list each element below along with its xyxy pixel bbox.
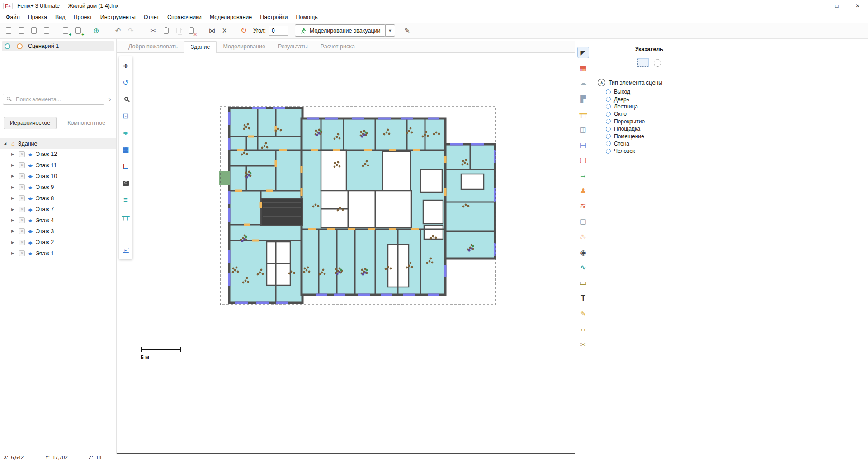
trim-icon[interactable]: ✂	[578, 339, 589, 350]
element-type-option[interactable]: Стена	[606, 140, 868, 147]
evacuation-simulation-button[interactable]: Моделирование эвакуации	[295, 24, 386, 37]
open-project-icon[interactable]	[15, 25, 27, 37]
camera-icon[interactable]	[120, 178, 131, 188]
detector-icon[interactable]: ◉	[578, 247, 589, 258]
divider-line-icon[interactable]: —	[120, 228, 131, 239]
tree-floor-row[interactable]: ▶✕◆Этаж 11	[0, 160, 116, 170]
element-type-option[interactable]: Перекрытие	[606, 118, 868, 125]
expand-icon[interactable]: ▶	[11, 251, 16, 255]
view-3d-icon[interactable]: ◆	[120, 127, 131, 138]
clone-scenario-icon[interactable]: +	[72, 25, 84, 37]
visibility-toggle-icon[interactable]: ✕	[19, 250, 25, 256]
tree-floor-row[interactable]: ▶✕◆Этаж 12	[0, 149, 116, 160]
close-button[interactable]: ✕	[847, 0, 868, 12]
menu-references[interactable]: Справочники	[163, 14, 206, 20]
door-icon[interactable]: ◫	[578, 124, 589, 135]
visibility-toggle-icon[interactable]: ✕	[19, 228, 25, 234]
element-type-option[interactable]: Площадка	[606, 125, 868, 132]
zoom-tool-icon[interactable]	[120, 94, 131, 105]
floorplan-canvas[interactable]: 5 м	[117, 53, 575, 454]
presentation-icon[interactable]	[120, 245, 131, 255]
fire-icon[interactable]: ♨	[578, 231, 589, 242]
radio-icon[interactable]	[606, 97, 611, 102]
maximize-button[interactable]: □	[826, 0, 847, 12]
check-document-icon[interactable]: ✎	[401, 25, 413, 37]
tab-modeling[interactable]: Моделирование	[217, 41, 272, 52]
element-type-option[interactable]: Лестница	[606, 103, 868, 110]
radio-icon[interactable]	[606, 119, 611, 124]
expand-icon[interactable]: ◢	[4, 141, 8, 146]
stairs-icon[interactable]: ▛	[578, 93, 589, 104]
scenario-state2-icon[interactable]	[17, 43, 23, 49]
menu-view[interactable]: Вид	[51, 14, 70, 20]
minimize-button[interactable]: —	[806, 0, 826, 12]
expand-icon[interactable]: ▶	[11, 229, 16, 233]
element-type-option[interactable]: Окно	[606, 110, 868, 118]
fence-icon[interactable]: ┯┯	[578, 108, 589, 119]
tab-risk[interactable]: Расчет риска	[314, 41, 361, 52]
layers-icon[interactable]: ≡	[120, 194, 131, 205]
paste-icon[interactable]	[160, 25, 172, 37]
tree-floor-row[interactable]: ▶✕◆Этаж 2	[0, 237, 116, 248]
save-project-icon[interactable]	[28, 25, 40, 37]
grid-icon[interactable]: ▦	[120, 144, 131, 155]
visibility-toggle-icon[interactable]: ✕	[19, 162, 25, 168]
dimension-icon[interactable]: ↔	[578, 324, 589, 334]
visibility-toggle-icon[interactable]: ✕	[19, 207, 25, 212]
expand-icon[interactable]: ▶	[11, 196, 16, 200]
tree-floor-row[interactable]: ▶✕◆Этаж 3	[0, 226, 116, 237]
chevron-right-icon[interactable]: ›	[106, 95, 113, 103]
comb-icon[interactable]: ┯┯	[120, 211, 131, 222]
opening-icon[interactable]: ▢	[578, 155, 589, 165]
expand-icon[interactable]: ▶	[11, 240, 16, 245]
cut-icon[interactable]: ✂	[147, 25, 159, 37]
tree-floor-row[interactable]: ▶✕◆Этаж 9	[0, 182, 116, 193]
project-properties-icon[interactable]	[41, 25, 52, 37]
menu-modeling[interactable]: Моделирование	[206, 14, 256, 20]
visibility-toggle-icon[interactable]: ✕	[19, 173, 25, 179]
element-type-option[interactable]: Выход	[606, 88, 868, 95]
rect-select-icon[interactable]	[637, 59, 648, 67]
collapse-chevron-icon[interactable]	[598, 79, 605, 86]
chart-icon[interactable]: ∿	[578, 262, 589, 273]
visibility-toggle-icon[interactable]: ✕	[19, 151, 25, 157]
cloud-icon[interactable]: ☁	[578, 78, 589, 89]
mirror-horizontal-icon[interactable]: ⋈	[206, 25, 218, 37]
tree-floor-row[interactable]: ▶✕◆Этаж 7	[0, 204, 116, 215]
tree-floor-row[interactable]: ▶✕◆Этаж 1	[0, 248, 116, 259]
rotate-view-icon[interactable]: ↺	[120, 77, 131, 88]
angle-input[interactable]	[269, 26, 288, 36]
redo-icon[interactable]: ↷	[125, 25, 137, 37]
undo-icon[interactable]: ↶	[112, 25, 124, 37]
text-tool-icon[interactable]: T	[578, 293, 589, 304]
menu-project[interactable]: Проект	[70, 14, 96, 20]
lasso-select-icon[interactable]	[654, 59, 661, 67]
menu-tools[interactable]: Инструменты	[96, 14, 140, 20]
delete-icon[interactable]: ✕	[185, 25, 197, 37]
radio-icon[interactable]	[606, 141, 611, 146]
menu-edit[interactable]: Правка	[24, 14, 51, 20]
tree-floor-row[interactable]: ▶✕◆Этаж 10	[0, 171, 116, 182]
flow-route-icon[interactable]: ≋	[578, 201, 589, 212]
scenario-bar[interactable]: Сценарий 1	[2, 41, 114, 51]
tab-building[interactable]: Здание	[184, 41, 217, 53]
visibility-toggle-icon[interactable]: ✕	[19, 184, 25, 190]
radio-icon[interactable]	[606, 112, 611, 117]
hierarchy-tab-1[interactable]: Иерархическое	[4, 117, 57, 129]
sync-icon[interactable]: ⊕	[90, 25, 102, 37]
radio-icon[interactable]	[606, 149, 611, 154]
radio-icon[interactable]	[606, 89, 611, 94]
fit-view-icon[interactable]: ⊡	[120, 111, 131, 122]
menu-report[interactable]: Отчет	[140, 14, 163, 20]
move-tool-icon[interactable]: ✜	[120, 61, 131, 71]
expand-icon[interactable]: ▶	[11, 207, 16, 212]
radio-icon[interactable]	[606, 134, 611, 139]
search-input[interactable]	[3, 94, 104, 105]
radio-icon[interactable]	[606, 127, 611, 132]
copy-icon[interactable]	[173, 25, 184, 37]
radio-icon[interactable]	[606, 104, 611, 109]
tab-results[interactable]: Результаты	[272, 41, 314, 52]
add-scenario-icon[interactable]: +	[60, 25, 71, 37]
person-icon[interactable]: ♟	[578, 185, 589, 196]
tree-floor-row[interactable]: ▶✕◆Этаж 8	[0, 193, 116, 204]
